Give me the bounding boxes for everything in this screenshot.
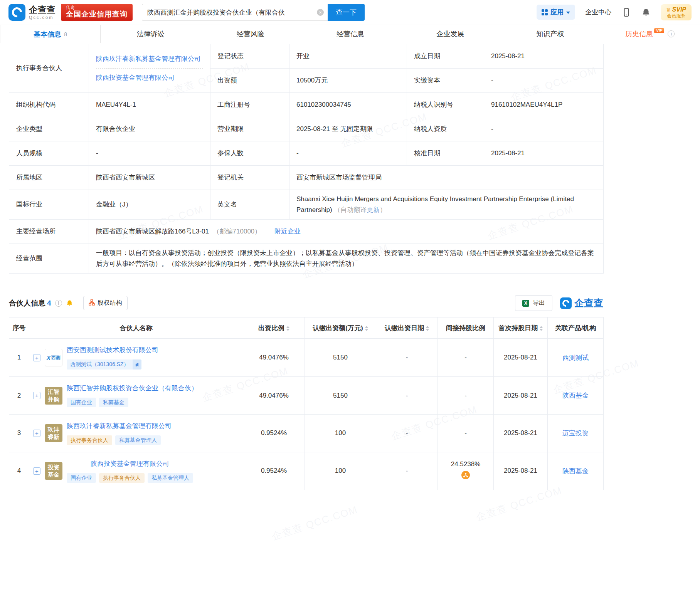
tab-bar: 基本信息 8 法律诉讼 经营风险 经营信息 企业发展 知识产权 历史信息 VIP: [0, 25, 700, 43]
column-header-first-date[interactable]: 首次持股日期: [494, 317, 548, 339]
qcc-logo-text: 企查查: [29, 5, 56, 15]
clear-icon[interactable]: [317, 9, 324, 16]
table-row: 2 汇智 并购 陕西汇智并购股权投资合伙企业（有限合伙） 国有企业 私募基金: [9, 377, 604, 415]
expand-icon[interactable]: [33, 354, 40, 361]
expand-icon[interactable]: [33, 467, 40, 475]
info-value: 陕西玖沣睿新私募基金管理有限公司 陕西投资基金管理有限公司: [89, 44, 210, 93]
info-value: 一般项目：以自有资金从事投资活动；创业投资（限投资未上市企业）；以私募基金从事股…: [89, 244, 604, 274]
info-value: 91610102MAEU4Y4L1P: [484, 93, 604, 117]
svip-badge[interactable]: SVIP 会员服务: [661, 4, 692, 20]
info-label: 成立日期: [407, 44, 484, 69]
table-row: 企业类型 有限合伙企业 营业期限 2025-08-21 至 无固定期限 纳税人资…: [9, 117, 604, 141]
info-icon[interactable]: [668, 30, 675, 37]
tab-intellectual-property[interactable]: 知识产权: [500, 25, 600, 43]
sort-icon[interactable]: [426, 326, 429, 331]
column-label: 首次持股日期: [498, 324, 538, 332]
mobile-app-icon[interactable]: [621, 7, 631, 17]
info-label: 组织机构代码: [9, 93, 89, 117]
sort-icon[interactable]: [540, 326, 543, 331]
tab-history[interactable]: 历史信息 VIP: [600, 25, 700, 43]
amount-value: 5150: [305, 339, 376, 377]
tab-operating-risk[interactable]: 经营风险: [200, 25, 300, 43]
company-tag: 私募基金管理人: [115, 435, 161, 445]
partner-logo: 西测: [45, 349, 62, 366]
partner-logo: 玖沣 睿新: [45, 424, 62, 442]
related-product-link[interactable]: 陕西基金: [562, 392, 589, 399]
related-product-link[interactable]: 西测测试: [562, 354, 589, 361]
enterprise-center-link[interactable]: 企业中心: [585, 8, 611, 17]
update-translation-link[interactable]: 更新: [367, 206, 380, 213]
column-header-related: 关联产品/机构: [548, 317, 604, 339]
sort-icon[interactable]: [286, 326, 289, 331]
bell-icon[interactable]: [66, 299, 73, 307]
notification-bell-icon[interactable]: [641, 8, 651, 17]
tab-basic-info[interactable]: 基本信息 8: [0, 25, 101, 43]
column-header-name: 合伙人名称: [29, 317, 243, 339]
row-number: 2: [9, 377, 29, 415]
info-value: 610102300034745: [289, 93, 407, 117]
qcc-brand-text: 企查查: [574, 297, 603, 309]
header-actions: 应用 企业中心 SVIP 会员服务: [537, 4, 692, 20]
info-value: 2025-08-21 至 无固定期限: [289, 117, 407, 141]
column-header-amount[interactable]: 认缴出资额(万元): [305, 317, 376, 339]
table-row: 1 西测 西安西测测试技术股份有限公司 西测测试（301306.SZ）: [9, 339, 604, 377]
apps-grid-icon: [542, 9, 548, 15]
indirect-value: -: [438, 339, 494, 377]
sort-icon[interactable]: [365, 326, 368, 331]
column-header-ratio[interactable]: 出资比例: [243, 317, 305, 339]
info-label: 人员规模: [9, 141, 89, 166]
info-icon[interactable]: [55, 300, 62, 307]
partner-name-link[interactable]: 陕西汇智并购股权投资合伙企业（有限合伙）: [67, 384, 198, 393]
svip-title: SVIP: [666, 6, 686, 13]
amount-value: 100: [305, 414, 376, 452]
first-date-value: 2025-08-21: [494, 339, 548, 377]
info-label: 登记机关: [210, 166, 289, 190]
column-header-subscription-date[interactable]: 认缴出资日期: [376, 317, 438, 339]
apps-menu[interactable]: 应用: [537, 5, 575, 20]
partners-section-header: 合伙人信息 4 股权结构 导出: [9, 295, 603, 311]
tab-development[interactable]: 企业发展: [400, 25, 500, 43]
nearby-companies-link[interactable]: 附近企业: [274, 228, 301, 235]
indirect-value: -: [438, 377, 494, 415]
first-date-value: 2025-08-21: [494, 414, 548, 452]
partner-logo-text: 投资: [48, 464, 59, 471]
partner-name-link[interactable]: 陕西玖沣睿新私募基金管理有限公司: [67, 422, 172, 430]
qcc-logo[interactable]: 企查查 Qcc.com: [8, 4, 56, 21]
promo-badge[interactable]: 传奇 全国企业信用查询: [61, 4, 133, 21]
partner-name-link[interactable]: 陕西投资基金管理有限公司: [67, 459, 193, 468]
export-button[interactable]: 导出: [515, 295, 552, 311]
auto-translate-note: （自动翻译: [334, 206, 367, 213]
stock-tag[interactable]: 西测测试（301306.SZ）: [67, 359, 141, 370]
company-tag: 执行事务合伙人: [67, 435, 112, 445]
expand-icon[interactable]: [33, 430, 40, 437]
equity-penetration-icon[interactable]: [461, 471, 470, 481]
company-link[interactable]: 陕西玖沣睿新私募基金管理有限公司: [96, 55, 201, 62]
info-label: 工商注册号: [210, 93, 289, 117]
listed-company-icon: [133, 359, 141, 370]
info-value: 2025-08-21: [484, 141, 604, 166]
xice-logo-mark: [47, 354, 50, 361]
related-product-link[interactable]: 迈宝投资: [562, 430, 589, 437]
partner-logo-text: 汇智: [48, 388, 59, 396]
company-tag: 私募基金: [99, 398, 128, 407]
company-link[interactable]: 陕西投资基金管理有限公司: [96, 74, 175, 81]
search-input[interactable]: [142, 4, 328, 21]
column-label: 间接持股比例: [446, 324, 485, 332]
vip-badge: VIP: [654, 28, 664, 33]
table-header-row: 序号 合伙人名称 出资比例 认缴出资额(万元) 认缴出资日期 间接持股比例 首次…: [9, 317, 604, 339]
expand-icon[interactable]: [33, 392, 40, 399]
table-row: 经营范围 一般项目：以自有资金从事投资活动；创业投资（限投资未上市企业）；以私募…: [9, 244, 604, 274]
company-tag: 国有企业: [67, 473, 96, 483]
tab-business-info[interactable]: 经营信息: [300, 25, 400, 43]
chevron-down-icon: [566, 12, 570, 14]
excel-icon: [522, 300, 529, 307]
equity-structure-button[interactable]: 股权结构: [83, 296, 128, 310]
info-label: 纳税人识别号: [407, 93, 484, 117]
related-product-link[interactable]: 陕西基金: [562, 467, 589, 475]
tab-label: 经营信息: [337, 29, 364, 39]
tab-legal[interactable]: 法律诉讼: [101, 25, 200, 43]
info-value: -: [484, 69, 604, 93]
partner-name-link[interactable]: 西安西测测试技术股份有限公司: [67, 346, 158, 354]
search-button[interactable]: 查一下: [328, 4, 365, 21]
partner-logo-text: 基金: [48, 471, 59, 479]
